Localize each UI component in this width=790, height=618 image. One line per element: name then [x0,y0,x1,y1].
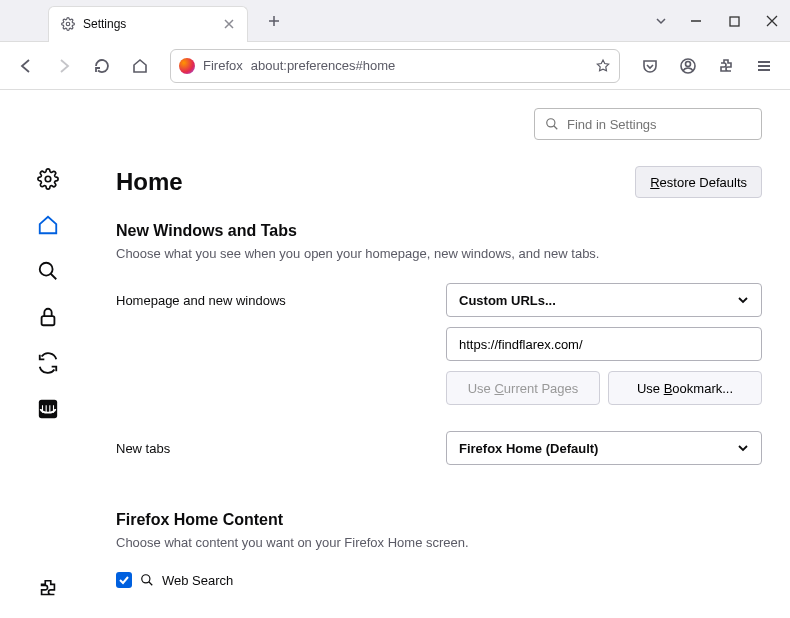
svg-point-5 [40,263,53,276]
menu-button[interactable] [748,50,780,82]
homepage-url-field[interactable] [459,337,749,352]
search-icon [545,117,559,131]
section-home-content-heading: Firefox Home Content [116,511,762,529]
svg-rect-6 [42,316,55,325]
homepage-select[interactable]: Custom URLs... [446,283,762,317]
find-in-settings[interactable] [534,108,762,140]
homepage-url-input[interactable] [446,327,762,361]
main-content: Home Restore Defaults New Windows and Ta… [96,90,790,618]
homepage-select-value: Custom URLs... [459,293,556,308]
section-home-content-desc: Choose what content you want on your Fir… [116,535,762,550]
svg-point-4 [45,176,51,182]
sidebar-sync[interactable] [37,352,59,374]
sidebar-more[interactable] [37,398,59,420]
svg-point-3 [686,61,691,66]
sidebar-general[interactable] [37,168,59,190]
search-icon [140,573,154,587]
new-tab-button[interactable] [260,7,288,35]
close-button[interactable] [762,11,782,31]
reload-button[interactable] [86,50,118,82]
newtabs-select[interactable]: Firefox Home (Default) [446,431,762,465]
restore-defaults-button[interactable]: Restore Defaults [635,166,762,198]
svg-point-9 [142,575,150,583]
svg-rect-1 [730,17,739,26]
use-current-pages-button[interactable]: Use Current Pages [446,371,600,405]
svg-point-0 [66,22,70,26]
window-controls [654,0,782,42]
url-text: about:preferences#home [251,58,587,73]
chevron-down-icon [737,442,749,454]
account-button[interactable] [672,50,704,82]
homepage-label: Homepage and new windows [116,293,446,308]
page-title: Home [116,168,183,196]
back-button[interactable] [10,50,42,82]
sidebar [0,90,96,618]
toolbar: Firefox about:preferences#home [0,42,790,90]
maximize-button[interactable] [724,11,744,31]
close-icon[interactable] [223,18,235,30]
web-search-checkbox[interactable] [116,572,132,588]
url-context: Firefox [203,58,243,73]
sidebar-extensions[interactable] [37,578,59,600]
tabs-dropdown[interactable] [654,14,668,28]
section-new-windows-desc: Choose what you see when you open your h… [116,246,762,261]
titlebar: Settings [0,0,790,42]
firefox-logo-icon [179,58,195,74]
newtabs-select-value: Firefox Home (Default) [459,441,598,456]
svg-point-8 [547,119,555,127]
chevron-down-icon [737,294,749,306]
home-button[interactable] [124,50,156,82]
gear-icon [61,17,75,31]
forward-button[interactable] [48,50,80,82]
tab-title: Settings [83,17,215,31]
sidebar-search[interactable] [37,260,59,282]
newtabs-label: New tabs [116,441,446,456]
extensions-button[interactable] [710,50,742,82]
url-bar[interactable]: Firefox about:preferences#home [170,49,620,83]
sidebar-home[interactable] [37,214,59,236]
section-new-windows-heading: New Windows and Tabs [116,222,762,240]
find-input[interactable] [567,117,751,132]
star-icon[interactable] [595,58,611,74]
tab-settings[interactable]: Settings [48,6,248,42]
minimize-button[interactable] [686,11,706,31]
sidebar-privacy[interactable] [37,306,59,328]
web-search-label: Web Search [162,573,233,588]
pocket-button[interactable] [634,50,666,82]
use-bookmark-button[interactable]: Use Bookmark... [608,371,762,405]
